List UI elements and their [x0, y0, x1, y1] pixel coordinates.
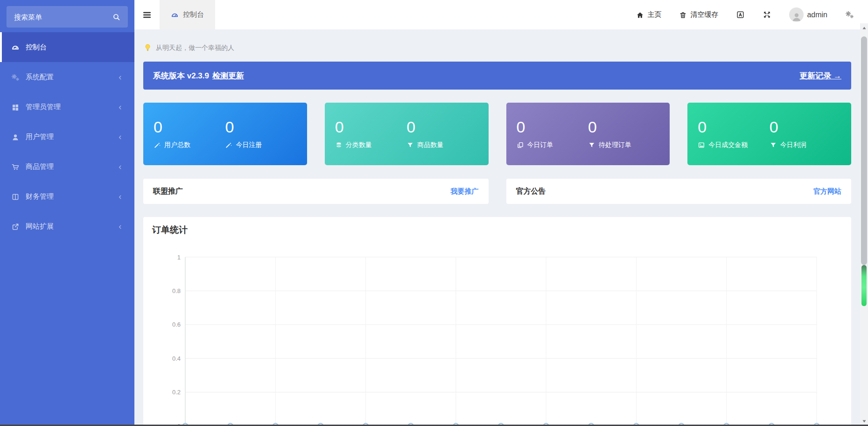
- hamburger-icon: [142, 10, 152, 20]
- stat-card-users: 0 用户总数 0 今日注册: [143, 103, 307, 165]
- stat-card-revenue: 0 今日成交金额 0 今日利润: [687, 103, 851, 165]
- sidebar-item-product-management[interactable]: 商品管理: [0, 152, 134, 182]
- expand-icon: [763, 10, 771, 20]
- search-icon[interactable]: [112, 13, 120, 21]
- svg-text:0.6: 0.6: [172, 321, 181, 328]
- topbar: 控制台 主页 清空缓存 admin: [134, 0, 868, 29]
- panel-title: 官方公告: [516, 187, 546, 196]
- clear-cache-button[interactable]: 清空缓存: [679, 10, 718, 19]
- vertical-scrollbar[interactable]: [860, 23, 868, 426]
- magic-icon: [225, 141, 232, 149]
- scroll-down-arrow-icon[interactable]: [860, 418, 868, 425]
- check-update-link[interactable]: 检测更新: [212, 70, 244, 81]
- metric-label: 今日利润: [780, 141, 806, 149]
- svg-text:0.8: 0.8: [172, 287, 181, 294]
- metric-category-count: 0 分类数量: [335, 119, 406, 149]
- metric-label: 商品数量: [417, 141, 443, 149]
- chevron-left-icon: [117, 163, 123, 171]
- sidebar-item-admin-management[interactable]: 管理员管理: [0, 92, 134, 122]
- sidebar-item-label: 用户管理: [26, 133, 54, 141]
- tab-dashboard[interactable]: 控制台: [160, 0, 215, 29]
- filter-icon: [588, 141, 595, 149]
- metric-label: 待处理订单: [599, 141, 631, 149]
- metric-value: 0: [698, 119, 769, 135]
- chevron-left-icon: [117, 73, 123, 81]
- official-site-link[interactable]: 官方网站: [813, 187, 841, 196]
- sidebar-item-user-management[interactable]: 用户管理: [0, 122, 134, 152]
- metric-value: 0: [517, 119, 588, 135]
- menu-search-input[interactable]: [14, 13, 112, 21]
- filter-icon: [770, 141, 777, 149]
- home-link[interactable]: 主页: [636, 10, 661, 19]
- clear-cache-label: 清空缓存: [690, 10, 718, 19]
- sidebar-item-label: 系统配置: [26, 73, 54, 82]
- scroll-up-arrow-icon[interactable]: [860, 24, 868, 32]
- settings-button[interactable]: [845, 10, 854, 20]
- sidebar-menu: 控制台 系统配置 管理员管理 用户管理 商品管理 财务管理: [0, 32, 134, 241]
- dashboard-icon: [11, 42, 20, 51]
- stat-card-orders: 0 今日订单 0 待处理订单: [506, 103, 670, 165]
- order-chart: 00.20.40.60.81: [143, 217, 850, 426]
- sidebar-item-site-extension[interactable]: 网站扩展: [0, 211, 134, 241]
- menu-toggle-button[interactable]: [134, 0, 160, 29]
- username: admin: [807, 11, 827, 19]
- gears-icon: [11, 72, 20, 81]
- topbar-actions: 主页 清空缓存 admin: [636, 7, 868, 22]
- translate-icon: [736, 10, 745, 20]
- metric-label: 今日注册: [236, 141, 262, 149]
- sidebar-item-label: 财务管理: [26, 192, 54, 201]
- user-icon: [11, 132, 20, 141]
- bulb-icon: [143, 43, 152, 52]
- changelog-link[interactable]: 更新记录 →: [799, 70, 841, 81]
- metric-label: 分类数量: [346, 141, 372, 149]
- language-button[interactable]: [736, 10, 745, 20]
- sidebar-item-system-config[interactable]: 系统配置: [0, 62, 134, 92]
- fullscreen-button[interactable]: [763, 10, 771, 20]
- database-icon: [335, 141, 343, 149]
- link-panels: 联盟推广 我要推广 官方公告 官方网站: [143, 179, 851, 204]
- sidebar-item-label: 商品管理: [26, 162, 54, 171]
- tab-label: 控制台: [183, 10, 204, 19]
- gears-icon: [845, 10, 854, 20]
- sidebar-item-dashboard[interactable]: 控制台: [0, 32, 134, 62]
- metric-product-count: 0 商品数量: [406, 119, 478, 149]
- grid-icon: [11, 102, 20, 111]
- sidebar: 控制台 系统配置 管理员管理 用户管理 商品管理 财务管理: [0, 0, 134, 426]
- affiliate-link[interactable]: 我要推广: [451, 187, 479, 196]
- dashboard-icon: [171, 10, 179, 19]
- menu-search[interactable]: [7, 6, 128, 28]
- avatar: [789, 7, 804, 22]
- order-stats-card: 订单统计 00.20.40.60.81: [143, 217, 851, 426]
- panel-announcement: 官方公告 官方网站: [506, 179, 852, 204]
- metric-today-orders: 0 今日订单: [517, 119, 588, 149]
- svg-text:0.2: 0.2: [172, 389, 181, 396]
- scrollbar-thumb[interactable]: [861, 36, 867, 265]
- metric-value: 0: [770, 119, 841, 135]
- metric-label: 用户总数: [164, 141, 190, 149]
- main-content: 从明天起，做一个幸福的人 系统版本 v2.3.9 检测更新 更新记录 → 0 用…: [134, 29, 860, 426]
- magic-icon: [154, 141, 161, 149]
- panel-title: 联盟推广: [153, 187, 183, 196]
- tip-text: 从明天起，做一个幸福的人: [156, 44, 234, 52]
- metric-value: 0: [588, 119, 659, 135]
- copy-icon: [517, 141, 524, 149]
- ledger-icon: [11, 192, 20, 201]
- sidebar-item-label: 管理员管理: [26, 103, 61, 112]
- metric-value: 0: [225, 119, 296, 135]
- metric-today-turnover: 0 今日成交金额: [698, 119, 769, 149]
- home-label: 主页: [647, 10, 661, 19]
- trash-icon: [679, 10, 687, 19]
- sidebar-item-label: 网站扩展: [26, 222, 54, 231]
- version-text: 系统版本 v2.3.9: [153, 70, 209, 81]
- chevron-left-icon: [117, 193, 123, 201]
- metric-value: 0: [406, 119, 478, 135]
- cart-icon: [11, 162, 20, 171]
- sidebar-item-finance-management[interactable]: 财务管理: [0, 182, 134, 211]
- home-icon: [636, 10, 644, 19]
- sidebar-item-label: 控制台: [26, 43, 47, 52]
- chevron-left-icon: [117, 103, 123, 111]
- external-link-icon: [11, 222, 20, 230]
- daily-tip: 从明天起，做一个幸福的人: [143, 43, 851, 52]
- user-menu[interactable]: admin: [789, 7, 827, 22]
- metric-today-profit: 0 今日利润: [770, 119, 841, 149]
